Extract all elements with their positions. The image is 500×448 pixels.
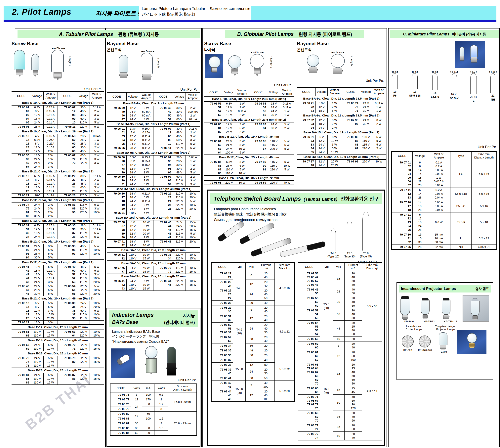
- voltage-cell: 24 V: [268, 109, 280, 113]
- code-cell: 79 08 77: [110, 397, 131, 402]
- voltage-cell: 18 V: [31, 153, 43, 157]
- table-row: 4024 V50 mA4930 V100 mA: [107, 110, 200, 114]
- code-cell: 57: [204, 109, 223, 113]
- watt-cell: 3 W: [235, 139, 249, 143]
- voltage-cell: 28 V: [126, 146, 139, 150]
- voltage-cell: 110 V: [268, 139, 280, 143]
- code-cell: 79 08 3940: [211, 367, 233, 376]
- voltage-cell: 6.3V: [126, 155, 139, 159]
- watt-cell: 5 W: [43, 373, 58, 377]
- table-row: 64100 V5 W: [204, 151, 294, 155]
- code-cell: 82: [204, 130, 223, 134]
- code-cell: 53: [58, 280, 77, 284]
- watt-cell: 10 W: [186, 236, 200, 240]
- voltage-cell: 18 V: [126, 138, 139, 142]
- code-cell: 78: [107, 167, 126, 171]
- watt-cell: 0.25 A: [139, 159, 154, 163]
- telephone-table-left-table: CODETypeVoltCurrent mASize mm Dia x Lgt7…: [211, 262, 295, 402]
- code-cell: 79 07 36: [107, 220, 126, 224]
- emm-lamp: [439, 332, 447, 350]
- watt-cell: 20 W: [90, 316, 104, 320]
- current-cell: 20405080: [344, 271, 362, 287]
- watt-cell: 0.11 A: [43, 269, 58, 272]
- base-heading: Base E-14, Clear, Dia, 15 x Length 48 mm: [12, 338, 104, 343]
- indicator-lamp-photo-2: [145, 346, 157, 374]
- tubular-lamp-cyan-photo: [14, 50, 25, 77]
- voltage-cell: 48 V: [173, 134, 186, 138]
- table-row: 5318 V2 W5630 V1 W: [204, 113, 294, 117]
- code-cell: 66: [58, 149, 77, 153]
- voltage-cell: 30 V: [360, 122, 372, 126]
- watt-cell: 5 W: [43, 288, 58, 292]
- voltage-cell: 115 V: [173, 236, 186, 240]
- current-cell: 20: [344, 337, 362, 341]
- voltage-cell: 28 V: [77, 134, 90, 138]
- table-row: 8324 V3 W88115 V5 W: [297, 143, 386, 146]
- code-cell: 25: [154, 203, 173, 207]
- divider-a1-a2: [105, 28, 106, 447]
- table-row: 79 06 4124 V5 W79 06 44220 V10 W: [107, 279, 200, 283]
- code-cell: 79 06 21: [107, 211, 126, 215]
- code-cell: 79 06 65: [249, 139, 268, 143]
- volt-cell: 28: [333, 386, 344, 395]
- code-cell: 79 05 31: [12, 224, 31, 227]
- base-heading: Base E-12, Clear, Dia. 19 x Length 35 mm: [204, 134, 294, 139]
- watt-cell: 5 W: [235, 126, 249, 130]
- watt-cell: 20 W: [328, 160, 341, 163]
- voltage-cell: 8 V: [31, 305, 43, 309]
- voltage-cell: 30 V: [77, 105, 90, 109]
- voltage-cell: 24 V: [31, 280, 43, 284]
- base-heading: Base E-12, Clear, Dia, 13 x Length 33 mm…: [12, 197, 104, 203]
- watt-cell: 2 W: [43, 153, 58, 157]
- table-row: 77110 V15 W79220 V25 W: [107, 270, 200, 274]
- table-row: 178 V0.15 A2748 V2 W: [12, 178, 104, 182]
- code-cell: 15: [12, 309, 31, 313]
- code-cell: 95: [154, 167, 173, 171]
- column-header: Watt or Ampere: [372, 88, 386, 96]
- code-cell: 79 07 2122232425: [391, 212, 413, 232]
- volt-cell: 12: [245, 314, 257, 322]
- code-cell: 79 06 01: [107, 127, 126, 131]
- voltage-cell: 30 V: [173, 167, 186, 171]
- watt-cell: 5 W: [372, 146, 386, 150]
- table-row: 708 V0.25 A9328 V1 W: [107, 159, 200, 163]
- type-cell: T4.5: [233, 271, 246, 305]
- code-cell: 56: [249, 113, 268, 117]
- watt-cell: 5 W: [235, 151, 249, 155]
- table-row: 79 07 111213614280.2 A0.08 A0.04 AS5.5 S…: [391, 188, 497, 200]
- table-row: 2024 V0.11 A25110 V5 W: [12, 189, 104, 193]
- globular-bayonet-label: Bayonet Base: [297, 41, 386, 46]
- code-cell: 79 07 89: [249, 160, 268, 164]
- size-cell: 4.6 x 22: [275, 305, 295, 358]
- code-cell: 79 07 85: [204, 160, 223, 164]
- code-cell: 79 06 13: [12, 301, 31, 305]
- telephone-table-left: CODETypeVoltCurrent mASize mm Dia x Lgt7…: [211, 262, 295, 402]
- code-cell: 79 07 5679 08 4779 07 5779 08 48: [298, 271, 320, 287]
- table-row: 79 07 9712 V20 W79 07 99220 V10 W: [297, 160, 386, 163]
- code-cell: 23: [58, 182, 77, 186]
- code-cell: 79 07 41: [107, 240, 126, 243]
- table-row: 79 06 816 V8 W79 06 86100 V5 W: [297, 135, 386, 139]
- telephone-translation-es: Lámparas para Conmutador Telefónico: [214, 207, 378, 212]
- voltage-cell: 220 V: [173, 146, 186, 150]
- code-cell: 89: [58, 207, 77, 210]
- globular-screw-photos: ◄─ Dia ─► ↑ Length ↓: [204, 53, 294, 82]
- table-row: 4318 V5 W51110 V5 W: [12, 272, 104, 276]
- code-cell: 99: [154, 182, 173, 186]
- code-cell: 79 05 63: [58, 330, 77, 334]
- globular-bayonet-diagram: ◄─ Dia ─►: [331, 51, 345, 74]
- voltage-cell: 220 V: [77, 252, 90, 256]
- table-row: 6224 V5 W66115 V5 W: [204, 143, 294, 147]
- watt-cell: 2 W: [328, 126, 341, 130]
- voltage-cell: 220 V: [77, 330, 90, 334]
- projector-bottom-row: KE-020 KE-040,070 EMM: [397, 330, 493, 364]
- code-cell: 52: [204, 106, 223, 109]
- code-cell: 79 08 4950: [298, 287, 320, 296]
- watt-cell: 10 W: [43, 313, 58, 316]
- code-cell: 79 05 84: [12, 373, 31, 377]
- volt-cell: 48: [333, 320, 344, 337]
- watts-cell: 1.8: [154, 426, 168, 431]
- table-row: 79 08 7661000.6T6.8 x 20mm: [110, 392, 197, 397]
- current-cell: 2040100: [257, 389, 275, 402]
- column-header: Type: [451, 152, 471, 160]
